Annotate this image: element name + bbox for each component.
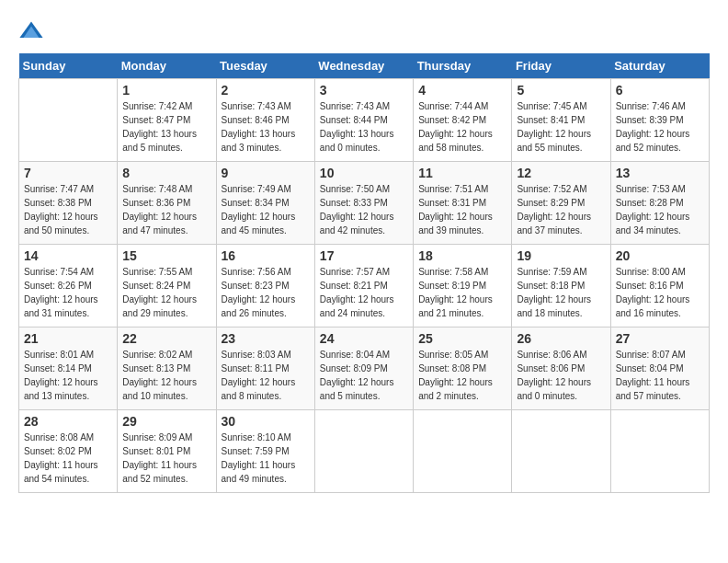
- day-number: 30: [222, 414, 310, 429]
- page-header: [18, 18, 710, 44]
- day-number: 20: [616, 248, 704, 263]
- day-cell: 23Sunrise: 8:03 AMSunset: 8:11 PMDayligh…: [216, 327, 314, 410]
- day-info: Sunrise: 7:43 AMSunset: 8:46 PMDaylight:…: [222, 99, 310, 155]
- day-cell: 18Sunrise: 7:58 AMSunset: 8:19 PMDayligh…: [414, 245, 512, 327]
- day-cell: 2Sunrise: 7:43 AMSunset: 8:46 PMDaylight…: [216, 79, 314, 162]
- day-info: Sunrise: 7:59 AMSunset: 8:18 PMDaylight:…: [517, 265, 605, 320]
- day-info: Sunrise: 7:45 AMSunset: 8:41 PMDaylight:…: [517, 99, 605, 155]
- day-number: 1: [122, 83, 210, 98]
- day-info: Sunrise: 8:02 AMSunset: 8:13 PMDaylight:…: [122, 348, 210, 403]
- day-header-sunday: Sunday: [19, 53, 118, 79]
- day-info: Sunrise: 7:50 AMSunset: 8:33 PMDaylight:…: [320, 182, 408, 237]
- day-cell: 21Sunrise: 8:01 AMSunset: 8:14 PMDayligh…: [19, 327, 118, 410]
- day-info: Sunrise: 7:56 AMSunset: 8:23 PMDaylight:…: [222, 265, 310, 320]
- day-cell: [512, 410, 610, 493]
- day-header-wednesday: Wednesday: [314, 53, 413, 79]
- day-header-thursday: Thursday: [414, 53, 512, 79]
- day-cell: 8Sunrise: 7:48 AMSunset: 8:36 PMDaylight…: [118, 162, 216, 245]
- day-number: 27: [616, 331, 704, 346]
- day-cell: [414, 410, 512, 493]
- day-info: Sunrise: 8:10 AMSunset: 7:59 PMDaylight:…: [222, 431, 310, 486]
- logo: [18, 18, 48, 44]
- day-number: 25: [418, 331, 506, 346]
- day-info: Sunrise: 7:44 AMSunset: 8:42 PMDaylight:…: [418, 99, 506, 155]
- day-number: 14: [24, 248, 112, 263]
- day-header-monday: Monday: [118, 53, 216, 79]
- day-number: 4: [418, 83, 506, 98]
- day-cell: 26Sunrise: 8:06 AMSunset: 8:06 PMDayligh…: [512, 327, 610, 410]
- day-info: Sunrise: 8:01 AMSunset: 8:14 PMDaylight:…: [24, 348, 112, 403]
- day-info: Sunrise: 7:55 AMSunset: 8:24 PMDaylight:…: [122, 265, 210, 320]
- day-cell: 24Sunrise: 8:04 AMSunset: 8:09 PMDayligh…: [314, 327, 413, 410]
- day-header-saturday: Saturday: [610, 53, 709, 79]
- day-cell: 7Sunrise: 7:47 AMSunset: 8:38 PMDaylight…: [19, 162, 118, 245]
- day-info: Sunrise: 7:58 AMSunset: 8:19 PMDaylight:…: [418, 265, 506, 320]
- day-cell: 17Sunrise: 7:57 AMSunset: 8:21 PMDayligh…: [314, 245, 413, 327]
- day-cell: 3Sunrise: 7:43 AMSunset: 8:44 PMDaylight…: [314, 79, 413, 162]
- day-info: Sunrise: 7:53 AMSunset: 8:28 PMDaylight:…: [616, 182, 704, 237]
- day-number: 18: [418, 248, 506, 263]
- day-number: 17: [320, 248, 408, 263]
- week-row-4: 21Sunrise: 8:01 AMSunset: 8:14 PMDayligh…: [19, 327, 710, 410]
- day-info: Sunrise: 7:42 AMSunset: 8:47 PMDaylight:…: [122, 99, 210, 155]
- day-info: Sunrise: 8:09 AMSunset: 8:01 PMDaylight:…: [122, 431, 210, 486]
- day-info: Sunrise: 8:04 AMSunset: 8:09 PMDaylight:…: [320, 348, 408, 403]
- day-info: Sunrise: 7:54 AMSunset: 8:26 PMDaylight:…: [24, 265, 112, 320]
- day-cell: 19Sunrise: 7:59 AMSunset: 8:18 PMDayligh…: [512, 245, 610, 327]
- day-number: 19: [517, 248, 605, 263]
- day-info: Sunrise: 7:49 AMSunset: 8:34 PMDaylight:…: [222, 182, 310, 237]
- day-cell: 20Sunrise: 8:00 AMSunset: 8:16 PMDayligh…: [610, 245, 709, 327]
- day-info: Sunrise: 8:05 AMSunset: 8:08 PMDaylight:…: [418, 348, 506, 403]
- day-cell: 30Sunrise: 8:10 AMSunset: 7:59 PMDayligh…: [216, 410, 314, 493]
- day-cell: 5Sunrise: 7:45 AMSunset: 8:41 PMDaylight…: [512, 79, 610, 162]
- day-number: 28: [24, 414, 112, 429]
- day-cell: 9Sunrise: 7:49 AMSunset: 8:34 PMDaylight…: [216, 162, 314, 245]
- day-info: Sunrise: 8:08 AMSunset: 8:02 PMDaylight:…: [24, 431, 112, 486]
- day-cell: 13Sunrise: 7:53 AMSunset: 8:28 PMDayligh…: [610, 162, 709, 245]
- day-cell: 22Sunrise: 8:02 AMSunset: 8:13 PMDayligh…: [118, 327, 216, 410]
- calendar-table: SundayMondayTuesdayWednesdayThursdayFrid…: [18, 53, 710, 493]
- week-row-5: 28Sunrise: 8:08 AMSunset: 8:02 PMDayligh…: [19, 410, 710, 493]
- day-cell: 14Sunrise: 7:54 AMSunset: 8:26 PMDayligh…: [19, 245, 118, 327]
- day-header-friday: Friday: [512, 53, 610, 79]
- day-number: 6: [616, 83, 704, 98]
- day-cell: 10Sunrise: 7:50 AMSunset: 8:33 PMDayligh…: [314, 162, 413, 245]
- day-cell: 25Sunrise: 8:05 AMSunset: 8:08 PMDayligh…: [414, 327, 512, 410]
- day-cell: 28Sunrise: 8:08 AMSunset: 8:02 PMDayligh…: [19, 410, 118, 493]
- day-cell: 11Sunrise: 7:51 AMSunset: 8:31 PMDayligh…: [414, 162, 512, 245]
- day-number: 29: [122, 414, 210, 429]
- day-number: 2: [222, 83, 310, 98]
- day-number: 9: [222, 166, 310, 180]
- day-info: Sunrise: 8:07 AMSunset: 8:04 PMDaylight:…: [616, 348, 704, 403]
- day-info: Sunrise: 8:06 AMSunset: 8:06 PMDaylight:…: [517, 348, 605, 403]
- day-number: 15: [122, 248, 210, 263]
- day-number: 26: [517, 331, 605, 346]
- day-cell: 1Sunrise: 7:42 AMSunset: 8:47 PMDaylight…: [118, 79, 216, 162]
- day-number: 12: [517, 166, 605, 180]
- day-number: 21: [24, 331, 112, 346]
- logo-icon: [18, 18, 44, 44]
- day-cell: 16Sunrise: 7:56 AMSunset: 8:23 PMDayligh…: [216, 245, 314, 327]
- day-cell: 29Sunrise: 8:09 AMSunset: 8:01 PMDayligh…: [118, 410, 216, 493]
- week-row-3: 14Sunrise: 7:54 AMSunset: 8:26 PMDayligh…: [19, 245, 710, 327]
- day-number: 23: [222, 331, 310, 346]
- day-cell: 15Sunrise: 7:55 AMSunset: 8:24 PMDayligh…: [118, 245, 216, 327]
- day-number: 22: [122, 331, 210, 346]
- day-info: Sunrise: 7:48 AMSunset: 8:36 PMDaylight:…: [122, 182, 210, 237]
- day-info: Sunrise: 7:57 AMSunset: 8:21 PMDaylight:…: [320, 265, 408, 320]
- day-number: 5: [517, 83, 605, 98]
- day-cell: 6Sunrise: 7:46 AMSunset: 8:39 PMDaylight…: [610, 79, 709, 162]
- week-row-1: 1Sunrise: 7:42 AMSunset: 8:47 PMDaylight…: [19, 79, 710, 162]
- day-cell: 4Sunrise: 7:44 AMSunset: 8:42 PMDaylight…: [414, 79, 512, 162]
- day-cell: [314, 410, 413, 493]
- day-number: 11: [418, 166, 506, 180]
- day-cell: 27Sunrise: 8:07 AMSunset: 8:04 PMDayligh…: [610, 327, 709, 410]
- day-number: 16: [222, 248, 310, 263]
- day-cell: 12Sunrise: 7:52 AMSunset: 8:29 PMDayligh…: [512, 162, 610, 245]
- day-number: 8: [122, 166, 210, 180]
- day-info: Sunrise: 7:52 AMSunset: 8:29 PMDaylight:…: [517, 182, 605, 237]
- day-number: 24: [320, 331, 408, 346]
- day-info: Sunrise: 8:00 AMSunset: 8:16 PMDaylight:…: [616, 265, 704, 320]
- day-info: Sunrise: 7:51 AMSunset: 8:31 PMDaylight:…: [418, 182, 506, 237]
- day-number: 13: [616, 166, 704, 180]
